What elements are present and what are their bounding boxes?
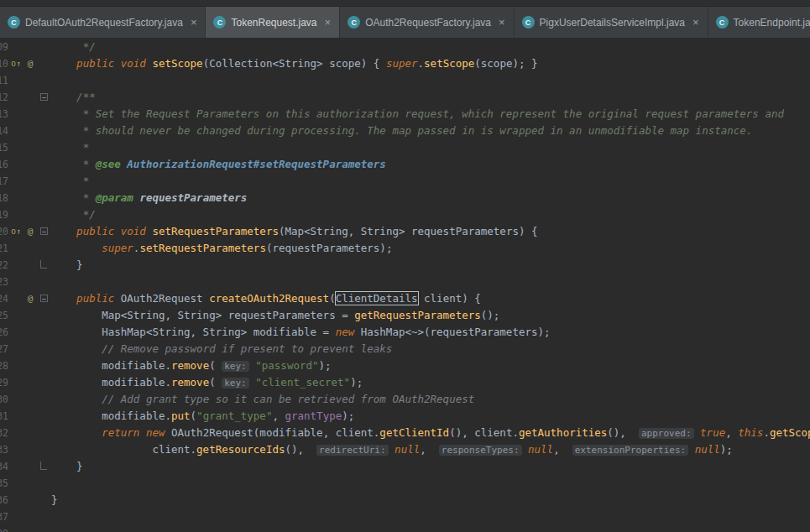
code-editor[interactable]: 509 */510o↑@ public void setScope(Collec… (0, 39, 810, 532)
code-line[interactable]: 515 * (0, 139, 810, 156)
fold-gutter (37, 156, 51, 173)
code-token: (requestParameters); (266, 242, 393, 254)
gutter-icon-slot (8, 374, 24, 391)
code-token (522, 443, 529, 456)
code-token: getResourceIds (196, 443, 285, 456)
code-token: this (738, 426, 763, 439)
code-token: public (76, 57, 114, 70)
code-token: setScope (424, 57, 474, 70)
editor-tab[interactable]: COAuth2RequestFactory.java× (340, 7, 514, 38)
tab-label: TokenRequest.java (231, 17, 316, 29)
code-token: } (51, 460, 83, 472)
code-line[interactable]: 522 } (0, 257, 810, 274)
code-token: setScope (152, 57, 202, 70)
editor-tab[interactable]: CPigxUserDetailsServiceImpl.java× (515, 7, 708, 38)
code-token (51, 292, 76, 305)
tab-close-icon[interactable]: × (191, 16, 197, 29)
fold-gutter (37, 341, 51, 357)
gutter-icon-slot (24, 274, 37, 290)
code-token: remove (171, 376, 209, 389)
code-line[interactable]: 509 */ (0, 39, 810, 55)
editor-tab[interactable]: CTokenEndpoint.ja (708, 7, 810, 38)
code-line[interactable]: 538 (0, 525, 810, 532)
code-line[interactable]: 527 // Remove password if present to pre… (0, 341, 810, 357)
code-token: ); (319, 359, 332, 372)
code-token: new (146, 426, 165, 439)
code-line[interactable]: 530 // Add grant type so it can be retri… (0, 391, 810, 408)
code-token: public (76, 225, 114, 237)
fold-collapse-icon[interactable]: − (40, 295, 48, 302)
code-line[interactable]: 516 * @see AuthorizationRequest#setReque… (0, 156, 810, 173)
code-token: (Map<String, String> requestParameters) … (279, 225, 538, 237)
code-text: } (51, 257, 810, 274)
code-token: key: (222, 378, 249, 389)
code-text: * Set the Request Parameters on this aut… (51, 106, 810, 123)
fold-collapse-icon[interactable]: − (40, 227, 48, 235)
annotation-gutter-icon[interactable]: @ (24, 223, 37, 240)
line-number: 534 (0, 458, 8, 475)
line-number: 523 (0, 274, 8, 290)
code-line[interactable]: 528 modifiable.remove( key: "password"); (0, 357, 810, 374)
gutter-icon-slot (8, 357, 24, 374)
code-token: put (171, 409, 191, 422)
code-line[interactable]: 521 super.setRequestParameters(requestPa… (0, 240, 810, 257)
code-line[interactable]: 536} (0, 492, 810, 509)
code-line[interactable]: 510o↑@ public void setScope(Collection<S… (0, 55, 810, 72)
code-token: getAuthorities (519, 426, 607, 439)
code-line[interactable]: 513 * Set the Request Parameters on this… (0, 106, 810, 123)
code-token: , (725, 426, 738, 439)
code-line[interactable]: 525 Map<String, String> requestParameter… (0, 307, 810, 324)
code-line[interactable]: 523 (0, 274, 810, 290)
code-line[interactable]: 514 * should never be changed during pro… (0, 123, 810, 139)
gutter-icon-slot (24, 307, 37, 324)
code-token: * (51, 158, 96, 170)
code-token: new (336, 326, 355, 338)
tab-close-icon[interactable]: × (499, 16, 505, 29)
code-token: redirectUri: (316, 445, 388, 456)
gutter-icon-slot (8, 391, 24, 408)
editor-tab[interactable]: CDefaultOAuth2RequestFactory.java× (0, 7, 206, 38)
line-number: 510 (0, 55, 8, 72)
code-line[interactable]: 532 return new OAuth2Request(modifiable,… (0, 425, 810, 441)
code-token: * (51, 191, 96, 204)
annotation-gutter-icon[interactable]: @ (24, 55, 37, 72)
editor-tab[interactable]: CTokenRequest.java× (206, 7, 340, 38)
override-gutter-icon[interactable]: o↑ (8, 55, 24, 72)
fold-end-icon[interactable] (40, 462, 47, 470)
tab-close-icon[interactable]: × (325, 16, 332, 29)
code-line[interactable]: 520o↑@− public void setRequestParameters… (0, 223, 810, 240)
code-line[interactable]: 533 client.getResourceIds(), redirectUri… (0, 441, 810, 458)
fold-end-icon[interactable] (40, 260, 47, 269)
code-line[interactable]: 535 (0, 475, 810, 492)
code-line[interactable]: 529 modifiable.remove( key: "client_secr… (0, 374, 810, 391)
annotation-gutter-icon[interactable]: @ (24, 290, 37, 307)
code-line[interactable]: 526 HashMap<String, String> modifiable =… (0, 324, 810, 341)
code-text (51, 475, 810, 492)
java-class-icon: C (348, 16, 360, 29)
code-token: , (553, 443, 572, 456)
code-line[interactable]: 531 modifiable.put("grant_type", grantTy… (0, 408, 810, 425)
gutter-icon-slot (24, 341, 37, 357)
code-token: OAuth2Request(modifiable, client. (165, 426, 379, 439)
code-line[interactable]: 524@− public OAuth2Request createOAuth2R… (0, 290, 810, 307)
tab-close-icon[interactable]: × (692, 16, 699, 29)
code-line[interactable]: 518 * @param requestParameters (0, 190, 810, 206)
code-token: (), client. (449, 426, 519, 439)
java-class-icon: C (8, 16, 20, 29)
fold-gutter (37, 240, 51, 257)
gutter-icon-slot (8, 89, 24, 106)
code-line[interactable]: 512− /** (0, 89, 810, 106)
code-token: remove (171, 359, 209, 372)
code-text: // Add grant type so it can be retrieved… (51, 391, 810, 408)
code-line[interactable]: 519 */ (0, 206, 810, 223)
code-token: "password" (255, 359, 318, 372)
code-line[interactable]: 511 (0, 72, 810, 89)
code-token: modifiable. (51, 376, 171, 389)
code-line[interactable]: 534 } (0, 458, 810, 475)
code-line[interactable]: 537 (0, 509, 810, 525)
gutter-icon-slot (24, 173, 37, 190)
gutter-icon-slot (24, 190, 37, 206)
code-line[interactable]: 517 * (0, 173, 810, 190)
override-gutter-icon[interactable]: o↑ (8, 223, 24, 240)
fold-collapse-icon[interactable]: − (40, 93, 48, 101)
